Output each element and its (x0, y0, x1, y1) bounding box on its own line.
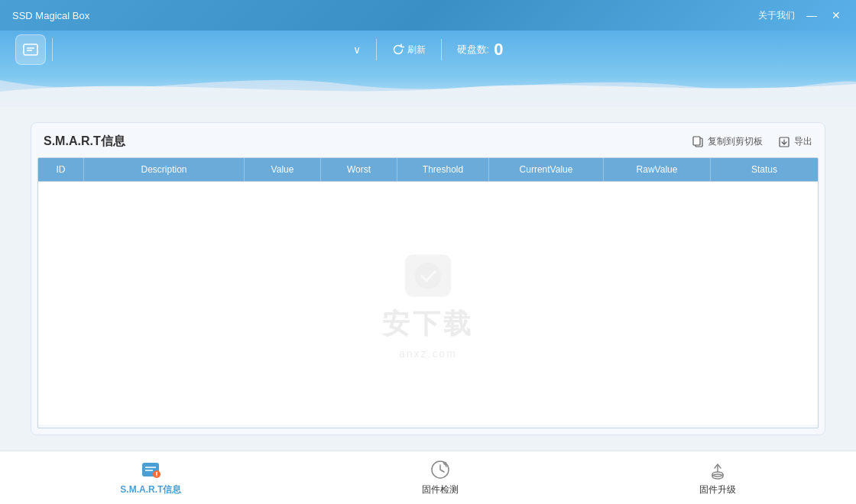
app-title: SSD Magical Box (12, 10, 89, 21)
table-header: ID Description Value Worst Threshold Cur… (38, 158, 818, 182)
title-bar-left: SSD Magical Box (12, 10, 89, 21)
table-body: 安下载 anxz.com (38, 182, 818, 425)
watermark-cn: 安下载 (382, 305, 474, 343)
col-value: Value (245, 158, 321, 181)
dropdown-button[interactable]: ∨ (353, 44, 361, 56)
copy-icon (692, 136, 704, 148)
toolbar-center: ∨ 刷新 硬盘数: 0 (353, 39, 504, 60)
disk-count-value: 0 (494, 40, 503, 60)
copy-to-clipboard-button[interactable]: 复制到剪切板 (692, 135, 763, 148)
smart-nav-icon (140, 459, 161, 480)
nav-smart-label: S.M.A.R.T信息 (120, 483, 181, 496)
title-bar-controls: 关于我们 — ✕ (758, 8, 844, 23)
nav-item-firmware-check[interactable]: 固件检测 (407, 453, 474, 502)
refresh-icon (392, 44, 404, 56)
col-worst: Worst (321, 158, 397, 181)
smart-title: S.M.A.R.T信息 (44, 134, 125, 150)
nav-item-firmware-upgrade[interactable]: 固件升级 (684, 453, 751, 502)
divider (376, 39, 377, 60)
nav-firmware-check-label: 固件检测 (422, 483, 459, 496)
col-status: Status (711, 158, 818, 181)
svg-rect-4 (693, 137, 700, 145)
export-icon (778, 136, 790, 148)
header-toolbar: ∨ 刷新 硬盘数: 0 (0, 31, 856, 69)
smart-table: ID Description Value Worst Threshold Cur… (37, 157, 819, 428)
export-button[interactable]: 导出 (778, 135, 812, 148)
col-currentvalue: CurrentValue (489, 158, 604, 181)
header-area: ∨ 刷新 硬盘数: 0 (0, 31, 856, 107)
svg-point-13 (157, 475, 158, 477)
watermark: 安下载 anxz.com (382, 247, 474, 360)
col-id: ID (38, 158, 84, 181)
smart-actions: 复制到剪切板 导出 (692, 135, 812, 148)
close-button[interactable]: ✕ (828, 8, 844, 23)
smart-icon (22, 41, 39, 58)
firmware-check-nav-icon (430, 459, 451, 480)
watermark-logo-icon (401, 247, 455, 301)
firmware-upgrade-nav-icon (707, 459, 728, 480)
title-bar: SSD Magical Box 关于我们 — ✕ (0, 0, 856, 31)
wave-decoration (0, 65, 856, 107)
bottom-nav: S.M.A.R.T信息 固件检测 固件升级 (0, 451, 856, 504)
export-label: 导出 (794, 135, 812, 148)
minimize-button[interactable]: — (804, 8, 819, 23)
main-content: S.M.A.R.T信息 复制到剪切板 导出 (0, 107, 856, 451)
refresh-label: 刷新 (407, 44, 426, 57)
disk-count: 硬盘数: 0 (457, 40, 504, 60)
nav-firmware-upgrade-label: 固件升级 (699, 483, 736, 496)
nav-item-smart[interactable]: S.M.A.R.T信息 (105, 453, 196, 502)
col-description: Description (84, 158, 245, 181)
watermark-en: anxz.com (399, 347, 457, 360)
toolbar-left (15, 34, 53, 65)
col-threshold: Threshold (397, 158, 489, 181)
divider2 (441, 39, 442, 60)
disk-count-label: 硬盘数: (457, 43, 490, 57)
col-rawvalue: RawValue (604, 158, 711, 181)
copy-label: 复制到剪切板 (708, 135, 763, 148)
refresh-button[interactable]: 刷新 (392, 44, 426, 57)
smart-header: S.M.A.R.T信息 复制到剪切板 导出 (31, 123, 825, 157)
smart-icon-button[interactable] (15, 34, 46, 65)
svg-rect-0 (24, 44, 37, 55)
about-link[interactable]: 关于我们 (758, 9, 795, 22)
smart-section: S.M.A.R.T信息 复制到剪切板 导出 (31, 122, 825, 435)
toolbar-separator (52, 38, 53, 61)
